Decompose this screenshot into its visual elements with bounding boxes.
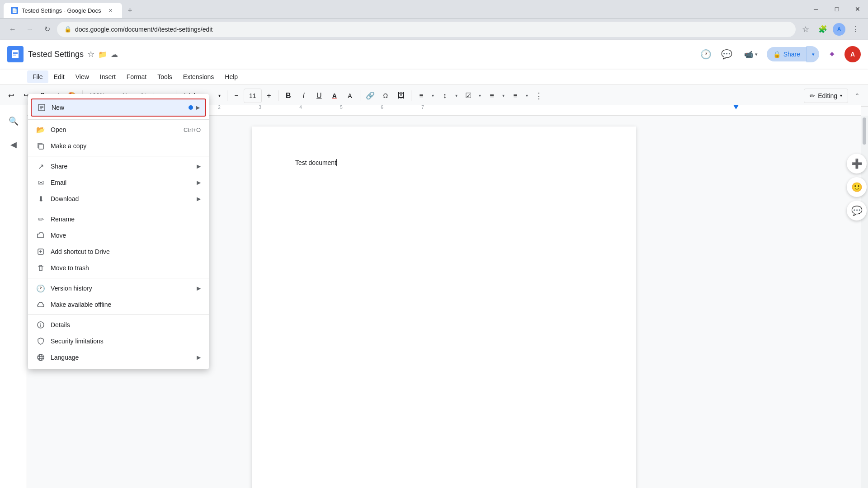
rename-icon: ✏ [36, 215, 45, 224]
bookmark-button[interactable]: ☆ [798, 22, 813, 37]
checklist-button[interactable]: ☑ [461, 89, 476, 103]
menu-item-language[interactable]: Language ▶ [28, 349, 209, 366]
italic-button[interactable]: I [297, 89, 311, 103]
ruler-right-indent[interactable] [733, 105, 739, 109]
menu-item-new[interactable]: New ▶ [31, 99, 206, 117]
menu-item-move-trash[interactable]: Move to trash [28, 260, 209, 276]
new-tab-button[interactable]: + [124, 4, 137, 17]
menu-item-security[interactable]: Security limitations [28, 333, 209, 349]
menu-item-make-copy[interactable]: Make a copy [28, 138, 209, 154]
security-label: Security limitations [51, 338, 201, 345]
share-button[interactable]: 🔒 Share [767, 47, 807, 61]
text-color-button[interactable]: A [327, 89, 342, 103]
checklist-chevron[interactable]: ▾ [476, 89, 484, 103]
menu-item-download[interactable]: ⬇ Download ▶ [28, 191, 209, 207]
menu-item-insert[interactable]: Insert [94, 70, 121, 83]
bullets-button[interactable]: ≡ [485, 89, 499, 103]
maximize-button[interactable]: □ [826, 0, 847, 18]
move-icon[interactable]: 📁 [98, 50, 107, 59]
user-account-button[interactable]: A [844, 46, 861, 62]
document-content[interactable]: Test document [295, 159, 593, 166]
image-button[interactable]: 🖼 [394, 89, 408, 103]
document-title[interactable]: Tested Settings [28, 50, 84, 59]
close-button[interactable]: ✕ [847, 0, 868, 18]
menu-item-extensions[interactable]: Extensions [178, 70, 219, 83]
align-chevron[interactable]: ▾ [429, 89, 437, 103]
editing-mode-button[interactable]: ✏ Editing ▾ [804, 89, 848, 103]
sidebar-search-button[interactable]: 🔍 [5, 112, 23, 130]
font-size-increase-button[interactable]: + [263, 89, 275, 103]
star-icon[interactable]: ☆ [87, 49, 94, 59]
gemini-button[interactable]: ✦ [824, 46, 840, 62]
offline-label: Make available offline [51, 301, 201, 308]
collapse-toolbar-button[interactable]: ⌃ [850, 89, 864, 103]
add-emoji-button[interactable]: ➕ [847, 154, 867, 174]
menu-item-file[interactable]: File [27, 70, 48, 83]
copy-icon [36, 141, 45, 150]
open-shortcut: Ctrl+O [184, 127, 201, 133]
profile-avatar[interactable]: A [833, 23, 845, 36]
share-arrow-icon: ▶ [197, 163, 201, 169]
details-icon [36, 320, 45, 329]
comment-button[interactable]: 💬 [847, 201, 867, 221]
align-button[interactable]: ≡ [414, 89, 429, 103]
menu-item-format[interactable]: Format [121, 70, 152, 83]
line-spacing-chevron[interactable]: ▾ [453, 89, 460, 103]
bold-button[interactable]: B [281, 89, 296, 103]
tab-close-button[interactable]: ✕ [107, 6, 115, 14]
email-arrow-icon: ▶ [197, 179, 201, 186]
line-spacing-button[interactable]: ↕ [438, 89, 452, 103]
document-page[interactable]: Test document [252, 127, 636, 488]
minimize-button[interactable]: ─ [806, 0, 826, 18]
font-size-display[interactable]: 11 [244, 89, 262, 103]
browser-menu-button[interactable]: ⋮ [848, 22, 863, 37]
special-char-button[interactable]: Ω [378, 89, 393, 103]
language-icon [36, 353, 45, 362]
link-button[interactable]: 🔗 [363, 89, 377, 103]
download-icon: ⬇ [36, 194, 45, 203]
menu-item-view[interactable]: View [70, 70, 94, 83]
numbered-list-button[interactable]: ≡ [508, 89, 523, 103]
security-icon [36, 337, 45, 346]
reload-button[interactable]: ↻ [40, 22, 54, 37]
menu-item-move[interactable]: Move [28, 227, 209, 244]
menu-item-email[interactable]: ✉ Email ▶ [28, 174, 209, 191]
emoji-react-button[interactable]: 🙂 [847, 177, 867, 197]
highlight-button[interactable]: A [343, 89, 357, 103]
menu-item-edit[interactable]: Edit [48, 70, 70, 83]
menu-item-rename[interactable]: ✏ Rename [28, 211, 209, 227]
revision-history-button[interactable]: 🕐 [698, 46, 714, 62]
font-size-decrease-button[interactable]: − [230, 89, 243, 103]
url-text: docs.google.com/document/d/tested-settin… [75, 26, 212, 33]
menu-item-help[interactable]: Help [219, 70, 243, 83]
tab-favicon: 📄 [11, 7, 18, 14]
menu-item-add-shortcut[interactable]: Add shortcut to Drive [28, 244, 209, 260]
share-menu-label: Share [51, 163, 191, 170]
menu-item-open[interactable]: 📂 Open Ctrl+O [28, 122, 209, 138]
extensions-button[interactable]: 🧩 [816, 22, 830, 37]
menu-item-share[interactable]: ↗ Share ▶ [28, 158, 209, 174]
font-size-value: 11 [249, 92, 256, 99]
docs-app-icon[interactable] [7, 46, 24, 62]
sidebar-collapse-button[interactable]: ◀ [5, 136, 23, 154]
share-dropdown-button[interactable]: ▾ [807, 46, 819, 62]
tab-title: Tested Settings - Google Docs [22, 7, 101, 14]
scrollbar-thumb[interactable] [863, 117, 866, 145]
new-arrow-icon: ▶ [196, 104, 200, 111]
underline-button[interactable]: U [312, 89, 326, 103]
address-input[interactable]: 🔒 docs.google.com/document/d/tested-sett… [57, 22, 796, 37]
bullets-chevron[interactable]: ▾ [500, 89, 507, 103]
back-button[interactable]: ← [5, 22, 20, 37]
menu-item-details[interactable]: Details [28, 317, 209, 333]
more-button[interactable]: ⋮ [532, 89, 546, 103]
numbered-list-chevron[interactable]: ▾ [524, 89, 531, 103]
menu-item-offline[interactable]: Make available offline [28, 296, 209, 313]
menu-item-tools[interactable]: Tools [152, 70, 178, 83]
new-dot [189, 105, 193, 110]
svg-rect-2 [13, 53, 18, 54]
comments-button[interactable]: 💬 [719, 46, 735, 62]
browser-tab[interactable]: 📄 Tested Settings - Google Docs ✕ [4, 3, 122, 18]
undo-button[interactable]: ↩ [4, 89, 18, 103]
meet-button[interactable]: 📹 ▾ [740, 47, 762, 61]
menu-item-version-history[interactable]: 🕐 Version history ▶ [28, 280, 209, 296]
